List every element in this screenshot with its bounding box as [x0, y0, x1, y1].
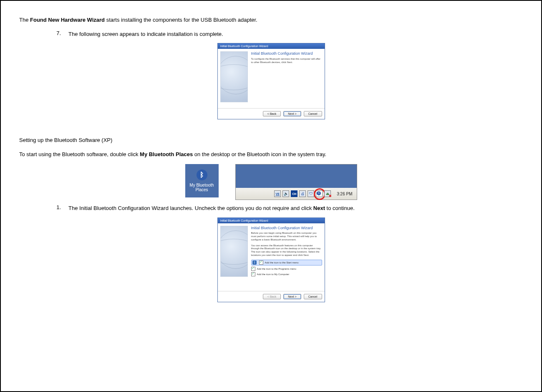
wizard1-graphic — [220, 51, 248, 102]
step-7-number: 7. — [53, 30, 61, 36]
intro-text-suffix: starts installing the components for the… — [105, 17, 257, 23]
desktop-background-strip — [236, 164, 357, 188]
step-1-number: 1. — [53, 204, 61, 210]
section2-body-prefix: To start using the Bluetooth software, d… — [19, 151, 140, 157]
wizard2-graphic — [220, 226, 248, 277]
system-tray-figure: VE CH ✖ 3:26 PM — [235, 164, 357, 200]
document-page: The Found New Hardware Wizard starts ins… — [0, 0, 542, 392]
desktop-icon-my-bluetooth-places[interactable]: ᛒ My Bluetooth Places — [185, 164, 219, 197]
section2-body-bold: My Bluetooth Places — [140, 151, 193, 157]
wizard1-back-button[interactable]: < Back — [263, 111, 281, 116]
wizard1-subtext: To configure the Bluetooth services that… — [251, 58, 322, 64]
wizard2-cancel-button[interactable]: Cancel — [304, 294, 322, 299]
intro-text-bold: Found New Hardware Wizard — [30, 17, 105, 23]
intro-text-prefix: The — [19, 17, 30, 23]
section2-body: To start using the Bluetooth software, d… — [19, 150, 523, 159]
wizard-dialog-2: Initial Bluetooth Configuration Wizard I… — [217, 217, 325, 302]
tray-ime-icon[interactable]: VE — [274, 190, 281, 197]
wizard-dialog-1: Initial Bluetooth Configuration Wizard I… — [217, 43, 325, 119]
wizard1-cancel-button[interactable]: Cancel — [304, 111, 322, 116]
wizard2-option-1-label: Add the icon to the Start menu — [265, 261, 299, 264]
tray-clock: 3:26 PM — [337, 192, 352, 196]
checkbox-icon[interactable] — [259, 260, 263, 265]
wizard2-subtext-1: Before you can begin using Bluetooth on … — [251, 232, 322, 241]
intro-paragraph: The Found New Hardware Wizard starts ins… — [19, 16, 523, 24]
bluetooth-icon: ᛒ — [252, 260, 257, 265]
wizard2-heading: Initial Bluetooth Configuration Wizard — [251, 226, 322, 230]
wizard2-option-2-label: Add the icon to the Programs menu — [257, 268, 296, 270]
desktop-icon-label: My Bluetooth Places — [189, 183, 214, 192]
tray-lang-icon[interactable]: CH — [291, 190, 297, 197]
wizard1-heading: Initial Bluetooth Configuration Wizard — [251, 51, 322, 56]
step-7-text: The following screen appears to indicate… — [68, 30, 523, 38]
step-1-text-prefix: The Initial Bluetooth Configuration Wiza… — [68, 205, 313, 211]
tray-security-icon[interactable] — [308, 190, 314, 197]
wizard1-next-button[interactable]: Next > — [283, 111, 301, 116]
wizard1-titlebar: Initial Bluetooth Configuration Wizard — [218, 43, 325, 49]
checkbox-icon[interactable] — [251, 272, 255, 276]
step-1-text: The Initial Bluetooth Configuration Wiza… — [68, 204, 523, 212]
wizard2-option-programs-menu[interactable]: Add the icon to the Programs menu — [251, 267, 322, 271]
tray-bluetooth-icon[interactable] — [316, 190, 323, 197]
wizard2-option-3-label: Add the icon to My Computer — [257, 273, 290, 276]
section2-heading: Setting up the Bluetooth Software (XP) — [19, 136, 523, 144]
taskbar-tray: VE CH ✖ 3:26 PM — [236, 188, 357, 200]
wizard2-subtext-2: You can access the Bluetooth features on… — [251, 244, 322, 257]
wizard2-option-start-menu[interactable]: ᛒ Add the icon to the Start menu — [251, 260, 322, 266]
figure-icon-and-tray: ᛒ My Bluetooth Places VE CH ✖ 3:26 PM — [19, 164, 523, 200]
section2-body-suffix: on the desktop or the Bluetooth icon in … — [193, 151, 326, 157]
step-7: 7. The following screen appears to indic… — [19, 30, 523, 38]
step-1-text-bold: Next — [313, 205, 325, 211]
step-1: 1. The Initial Bluetooth Configuration W… — [19, 204, 523, 212]
wizard2-next-button[interactable]: Next > — [283, 294, 301, 299]
tray-safely-remove-icon[interactable]: ✖ — [324, 190, 331, 197]
tray-volume-icon[interactable] — [282, 190, 289, 197]
wizard2-back-button: < Back — [263, 294, 281, 299]
figure-wizard-options: Initial Bluetooth Configuration Wizard I… — [19, 217, 523, 302]
bluetooth-icon: ᛒ — [197, 169, 207, 180]
figure-wizard-complete: Initial Bluetooth Configuration Wizard I… — [19, 43, 523, 119]
step-1-text-suffix: to continue. — [325, 205, 355, 211]
checkbox-icon[interactable] — [251, 267, 255, 271]
wizard2-option-my-computer[interactable]: Add the icon to My Computer — [251, 272, 322, 276]
tray-printer-icon[interactable] — [299, 190, 306, 197]
wizard2-titlebar: Initial Bluetooth Configuration Wizard — [218, 218, 325, 223]
wizard2-options: ᛒ Add the icon to the Start menu Add the… — [251, 260, 322, 276]
